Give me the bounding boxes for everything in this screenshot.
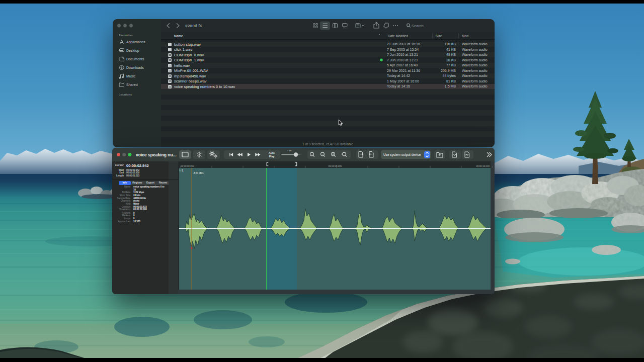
svg-text:00:00:05.000: 00:00:05.000	[329, 165, 342, 167]
svg-text:Use system output device: Use system output device	[383, 153, 421, 157]
svg-text:M: M	[179, 169, 182, 172]
svg-text:00:00:10.000: 00:00:10.000	[476, 165, 490, 167]
svg-text:0 dB: 0 dB	[287, 149, 291, 152]
svg-text:Play: Play	[269, 155, 275, 158]
svg-text:00:00:00.000: 00:00:00.000	[181, 165, 194, 167]
svg-text:Auto: Auto	[269, 151, 275, 154]
svg-text:-8.64 dBfs: -8.64 dBfs	[193, 172, 204, 174]
svg-text:1: 1	[182, 169, 184, 172]
